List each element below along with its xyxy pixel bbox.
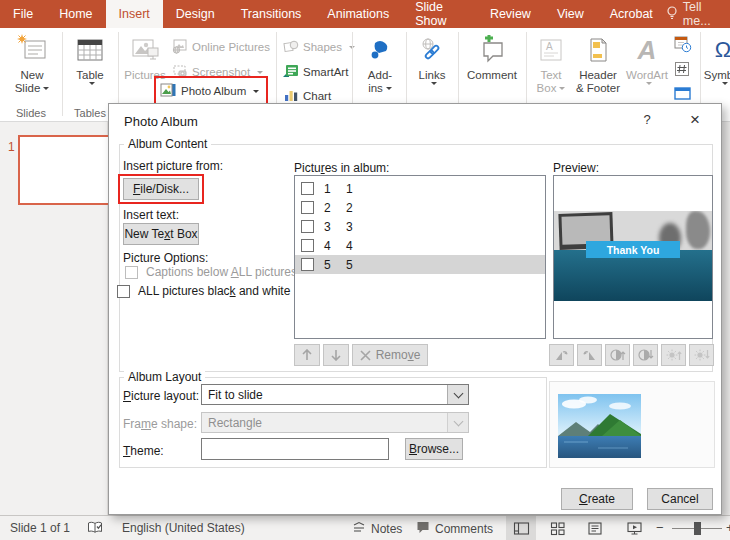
symbol-label: Symbol	[704, 69, 730, 82]
text-box-label-2: Box	[537, 82, 557, 95]
picture-list-item[interactable]: 22	[295, 198, 545, 217]
tab-acrobat[interactable]: Acrobat	[597, 0, 666, 28]
tell-me-box[interactable]: Tell me...	[666, 0, 730, 28]
slide-thumbnail[interactable]	[18, 135, 110, 205]
tab-view[interactable]: View	[544, 0, 597, 28]
picture-checkbox[interactable]	[301, 239, 314, 252]
slide-show-view-button[interactable]	[619, 516, 649, 540]
picture-checkbox[interactable]	[301, 182, 314, 195]
new-slide-icon	[16, 31, 48, 69]
zoom-slider-handle[interactable]	[694, 522, 701, 535]
slide-number-icon	[674, 61, 690, 79]
dropdown-caret	[253, 90, 259, 93]
theme-input[interactable]	[201, 438, 389, 460]
picture-name: 4	[346, 239, 353, 253]
contrast-up-button	[605, 344, 630, 366]
dialog-help-button[interactable]: ?	[633, 112, 661, 132]
header-footer-label-1: Header	[579, 69, 617, 82]
slide-sorter-view-button[interactable]	[543, 516, 573, 540]
smartart-button[interactable]: SmartArt	[283, 61, 348, 83]
brightness-up-button	[661, 344, 686, 366]
dropdown-caret	[257, 71, 263, 74]
new-slide-label-1: New	[20, 69, 43, 82]
pictures-in-album-label: Pictures in album:	[294, 161, 389, 175]
photo-album-label: Photo Album	[181, 85, 246, 97]
tab-insert[interactable]: Insert	[106, 0, 163, 28]
create-button[interactable]: Create	[561, 488, 633, 510]
date-time-icon	[674, 35, 692, 55]
normal-view-button[interactable]	[506, 516, 536, 540]
symbol-button[interactable]: Ω Symbol	[702, 31, 730, 107]
wordart-button: A WordArt	[624, 31, 670, 107]
picture-checkbox[interactable]	[301, 201, 314, 214]
links-button[interactable]: Links	[410, 31, 454, 107]
picture-list-item[interactable]: 11	[295, 179, 545, 198]
picture-layout-select[interactable]: Fit to slide	[201, 384, 469, 405]
black-white-checkbox-row[interactable]: ALL pictures black and white	[117, 284, 290, 298]
browse-button[interactable]: Browse...	[405, 438, 463, 460]
text-box-button: A Text Box	[530, 31, 572, 107]
table-button[interactable]: Table	[66, 31, 114, 107]
zoom-in-button[interactable]: +	[726, 520, 730, 535]
picture-list-item-selected[interactable]: 55	[295, 255, 545, 274]
zoom-out-button[interactable]: −	[656, 520, 664, 535]
date-time-button[interactable]	[674, 34, 696, 56]
frame-shape-label: Frame shape:	[123, 417, 197, 431]
reading-view-button[interactable]	[580, 516, 610, 540]
tab-animations[interactable]: Animations	[314, 0, 402, 28]
notes-toggle[interactable]: Notes	[352, 520, 402, 537]
tab-review[interactable]: Review	[477, 0, 544, 28]
picture-list-item[interactable]: 44	[295, 236, 545, 255]
links-icon	[419, 31, 445, 69]
picture-checkbox[interactable]	[301, 258, 314, 271]
picture-name: 3	[346, 220, 353, 234]
header-footer-button[interactable]: Header & Footer	[572, 31, 624, 107]
wordart-icon: A	[638, 31, 657, 69]
symbol-omega-icon: Ω	[715, 31, 730, 69]
language-indicator[interactable]: English (United States)	[122, 521, 245, 535]
add-ins-icon	[367, 31, 393, 69]
notes-icon	[352, 520, 366, 537]
table-icon	[75, 31, 105, 69]
combo-arrow-button	[447, 413, 468, 432]
dropdown-caret	[43, 87, 49, 90]
add-ins-label-1: Add-	[368, 69, 392, 82]
preview-label: Preview:	[553, 161, 599, 175]
comments-icon	[416, 520, 430, 537]
tab-slide-show[interactable]: Slide Show	[402, 0, 477, 28]
theme-label: Theme:	[123, 444, 164, 458]
dialog-close-button[interactable]: ×	[679, 108, 711, 132]
file-disk-button[interactable]: File/Disk...	[123, 178, 199, 200]
tell-me-label: Tell me...	[683, 0, 718, 28]
new-text-box-button[interactable]: New Text Box	[123, 223, 199, 245]
remove-x-icon	[360, 350, 371, 361]
chart-label: Chart	[303, 90, 331, 102]
tab-home[interactable]: Home	[46, 0, 105, 28]
tab-transitions[interactable]: Transitions	[228, 0, 315, 28]
shapes-button: Shapes	[283, 36, 355, 58]
tab-design[interactable]: Design	[163, 0, 228, 28]
online-pictures-label: Online Pictures	[192, 41, 270, 53]
new-slide-button[interactable]: New Slide	[4, 31, 60, 107]
comment-button[interactable]: Comment	[462, 31, 522, 107]
notes-label: Notes	[371, 522, 402, 536]
pictures-listbox[interactable]: 11 22 33 44 55	[294, 175, 546, 339]
picture-index: 1	[324, 182, 346, 196]
ribbon-separator	[62, 32, 63, 116]
tab-file[interactable]: File	[0, 0, 46, 28]
comments-toggle[interactable]: Comments	[416, 520, 493, 537]
insert-picture-from-label: Insert picture from:	[123, 159, 223, 173]
move-up-button	[294, 344, 320, 366]
comments-label: Comments	[435, 522, 493, 536]
photo-album-button[interactable]: Photo Album	[160, 80, 259, 102]
black-white-checkbox[interactable]	[117, 285, 130, 298]
cancel-button[interactable]: Cancel	[647, 488, 713, 510]
combo-arrow-button[interactable]	[447, 385, 468, 404]
picture-checkbox[interactable]	[301, 220, 314, 233]
add-ins-button[interactable]: Add- ins	[356, 31, 404, 107]
slide-number-button[interactable]	[674, 59, 696, 81]
theme-preview-thumbnail	[558, 394, 641, 458]
picture-list-item[interactable]: 33	[295, 217, 545, 236]
object-icon	[674, 87, 692, 103]
spell-check-icon[interactable]	[87, 520, 104, 538]
